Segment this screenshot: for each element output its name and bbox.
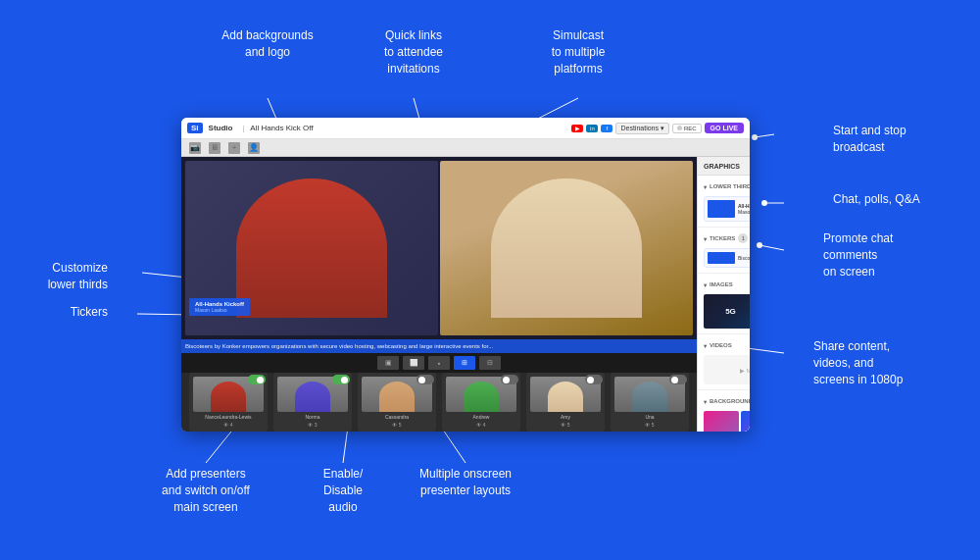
presenter-name-1: NanceLeandra-Lewis bbox=[193, 414, 264, 420]
backgrounds-title: ▾ BACKGROUNDS bbox=[704, 398, 750, 405]
lower-third-item: All-Hands Kickoff Mason Laakso bbox=[704, 196, 750, 222]
studio-app-name: Studio bbox=[209, 124, 233, 132]
linkedin-icon: in bbox=[586, 125, 598, 132]
presenter-name-6: Una bbox=[614, 414, 685, 420]
video-grid: All-Hands Kickoff Mason Laakso bbox=[181, 157, 697, 339]
add-icon[interactable]: + bbox=[228, 142, 240, 154]
panel-content: GRAPHICS + ▾ LOWER THIRDS 1 + bbox=[698, 157, 750, 432]
presenter-stats-3: 👁 5 bbox=[362, 422, 432, 428]
annotation-enable-audio-text: Enable/ Disable audio bbox=[323, 467, 364, 514]
annotation-simulcast: Simulcast to multiple platforms bbox=[529, 27, 627, 76]
tickers-section: ▾ TICKERS 1 + Biscoteers by Konker empow… bbox=[698, 228, 750, 274]
studio-event-title: All Hands Kick Off bbox=[250, 124, 565, 132]
svg-line-20 bbox=[343, 427, 348, 463]
presenter-toggle-4[interactable] bbox=[501, 375, 518, 384]
annotation-promote-chat: Promote chat comments on screen bbox=[823, 230, 960, 280]
annotation-multiple-layouts-text: Multiple onscreen presenter layouts bbox=[419, 467, 512, 497]
tickers-badge: 1 bbox=[738, 233, 748, 243]
tickers-label: TICKERS bbox=[710, 235, 735, 241]
annotation-tickers-text: Tickers bbox=[71, 305, 108, 319]
presenter-stats-2: 👁 3 bbox=[277, 422, 348, 428]
presenter-name-5: Amy bbox=[530, 414, 601, 420]
presenter-card-6: Una 👁 5 bbox=[611, 373, 689, 432]
presenter-toggle-6[interactable] bbox=[669, 375, 687, 384]
camera-icon[interactable]: 📷 bbox=[189, 142, 201, 154]
image-grid: 5G bbox=[698, 292, 750, 331]
avatar-figure-2 bbox=[295, 382, 330, 412]
presenter-toggle-1[interactable] bbox=[248, 375, 266, 384]
annotation-multiple-layouts: Multiple onscreen presenter layouts bbox=[412, 466, 519, 499]
rec-button[interactable]: REC bbox=[672, 124, 702, 133]
image-thumb-5g[interactable]: 5G bbox=[704, 294, 750, 329]
svg-point-7 bbox=[752, 134, 758, 140]
video-area: All-Hands Kickoff Mason Laakso Biscoteer… bbox=[181, 157, 697, 432]
layout-button-grid[interactable]: ⊞ bbox=[454, 356, 475, 370]
toggle-dot-6 bbox=[671, 377, 678, 383]
presenter-name-2: Norma bbox=[277, 414, 348, 420]
avatar-figure-4 bbox=[464, 382, 499, 412]
presenter-toggle-5[interactable] bbox=[585, 375, 603, 384]
svg-line-6 bbox=[755, 134, 774, 137]
presenter1-silhouette bbox=[236, 178, 388, 318]
go-live-button[interactable]: GO LIVE bbox=[705, 123, 744, 133]
layout-button-pip[interactable]: ⊟ bbox=[479, 356, 501, 370]
images-header: ▾ IMAGES + bbox=[698, 277, 750, 292]
lower-third-item-text: All-Hands Kickoff Mason Laakso bbox=[738, 203, 750, 215]
svg-point-11 bbox=[757, 242, 762, 248]
tickers-title: ▾ TICKERS 1 bbox=[704, 233, 748, 243]
presenter-card-5: Amy 👁 5 bbox=[526, 373, 605, 432]
annotation-chat-polls-text: Chat, polls, Q&A bbox=[833, 192, 920, 206]
destinations-button[interactable]: Destinations ▾ bbox=[615, 123, 668, 134]
svg-line-22 bbox=[441, 427, 466, 463]
ticker-panel-preview bbox=[708, 252, 735, 264]
svg-line-16 bbox=[747, 348, 784, 353]
images-section: ▾ IMAGES + 5G bbox=[698, 274, 750, 334]
annotation-add-backgrounds-text: Add backgrounds and logo bbox=[221, 28, 313, 59]
presenter-strip: ▣ ⬜ ▪ ⊞ ⊟ bbox=[181, 353, 697, 432]
background-thumb-1[interactable] bbox=[704, 411, 739, 432]
lower-thirds-label: LOWER THIRDS bbox=[710, 183, 750, 189]
layout-button-full[interactable]: ▪ bbox=[428, 356, 450, 370]
people-icon[interactable]: 👤 bbox=[248, 142, 260, 154]
stat-icon-2: 👁 3 bbox=[308, 422, 317, 428]
presenter-toggle-3[interactable] bbox=[416, 375, 434, 384]
background-thumb-2[interactable] bbox=[741, 411, 750, 432]
videos-label: VIDEOS bbox=[710, 342, 732, 348]
screen-share-icon[interactable]: 🖥 bbox=[209, 142, 220, 154]
presenter-toggle-2[interactable] bbox=[332, 375, 350, 384]
annotation-share-content: Share content, videos, and screens in 10… bbox=[813, 338, 960, 387]
images-label: IMAGES bbox=[710, 281, 733, 287]
svg-line-18 bbox=[206, 427, 235, 463]
stat-icon-1: 👁 4 bbox=[223, 422, 232, 428]
videos-title: ▾ VIDEOS bbox=[704, 342, 732, 349]
layout-button-split[interactable]: ⬜ bbox=[403, 356, 424, 370]
studio-platform-icons: ▶ in f Destinations ▾ REC GO LIVE bbox=[571, 123, 744, 134]
presenter-card-3: Cassandra 👁 5 bbox=[358, 373, 436, 432]
backgrounds-header: ▾ BACKGROUNDS + bbox=[698, 393, 750, 409]
presenter-stats-6: 👁 5 bbox=[614, 422, 685, 428]
backgrounds-section: ▾ BACKGROUNDS + bbox=[698, 390, 750, 432]
annotation-enable-audio: Enable/ Disable audio bbox=[304, 466, 382, 515]
video-cell-presenter2 bbox=[440, 161, 693, 335]
lower-thirds-header: ▾ LOWER THIRDS 1 + bbox=[698, 178, 750, 194]
lower-thirds-title: ▾ LOWER THIRDS 1 bbox=[704, 181, 750, 191]
rec-label: REC bbox=[684, 126, 697, 131]
layout-button-icon[interactable]: ▣ bbox=[377, 356, 399, 370]
lower-third-subtitle: Mason Laakso bbox=[195, 307, 244, 313]
presenter-stats-4: 👁 4 bbox=[446, 422, 516, 428]
tickers-chevron: ▾ bbox=[704, 235, 707, 242]
tickers-header: ▾ TICKERS 1 + bbox=[698, 230, 750, 246]
ticker-panel-text: Biscoteers by Konker empowers organizati… bbox=[738, 255, 750, 261]
toggle-dot-3 bbox=[418, 377, 425, 383]
lower-third-item-subtitle: Mason Laakso bbox=[738, 209, 750, 215]
toggle-dot-4 bbox=[503, 377, 510, 383]
facebook-icon: f bbox=[601, 125, 612, 132]
studio-separator: | bbox=[242, 125, 244, 131]
annotation-start-stop-text: Start and stop broadcast bbox=[833, 124, 906, 154]
videos-chevron: ▾ bbox=[704, 342, 707, 349]
backgrounds-label: BACKGROUNDS bbox=[710, 398, 750, 404]
annotation-quick-links-text: Quick links to attendee invitations bbox=[384, 28, 443, 76]
lower-thirds-section: ▾ LOWER THIRDS 1 + All-Hands Kickoff Mas… bbox=[698, 176, 750, 228]
images-title: ▾ IMAGES bbox=[704, 281, 733, 288]
annotation-customize-lower: Customize lower thirds bbox=[10, 260, 108, 293]
